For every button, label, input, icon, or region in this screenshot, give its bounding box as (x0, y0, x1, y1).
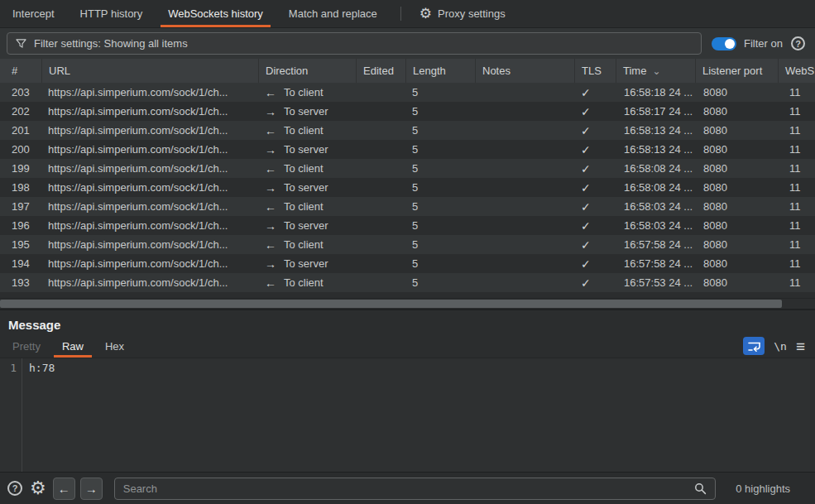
cell-tls: ✓ (574, 235, 616, 254)
cell-listener-port: 8080 (695, 178, 778, 197)
table-row[interactable]: 197https://api.simperium.com/sock/1/ch..… (0, 197, 815, 216)
tls-check-icon: ✓ (581, 143, 591, 156)
filter-help-icon[interactable]: ? (791, 36, 805, 50)
column-label: Length (413, 65, 446, 77)
message-tab-hex[interactable]: Hex (94, 334, 135, 358)
cell-length: 5 (405, 178, 475, 197)
word-wrap-button[interactable] (743, 337, 765, 355)
tab-websockets-history[interactable]: WebSockets history (157, 0, 274, 27)
cell-tls: ✓ (574, 197, 616, 216)
cell-notes (475, 102, 574, 121)
column-header-notes[interactable]: Notes (475, 59, 574, 83)
table-row[interactable]: 203https://api.simperium.com/sock/1/ch..… (0, 83, 815, 102)
column-header-num[interactable]: # (0, 59, 41, 83)
table-row[interactable]: 192https://api.simperium.com/sock/1/ch..… (0, 292, 815, 298)
cell-time: 16:57:58 24 ... (616, 235, 695, 254)
cell-time: 16:58:08 24 ... (616, 159, 695, 178)
cell-num: 200 (0, 140, 41, 159)
cell-listener-port: 8080 (695, 197, 778, 216)
cell-websocket: 11 (778, 159, 815, 178)
cell-direction: ←To client (258, 159, 356, 178)
table-row[interactable]: 202https://api.simperium.com/sock/1/ch..… (0, 102, 815, 121)
direction-label: To server (284, 219, 328, 232)
search-input[interactable] (115, 478, 685, 499)
message-editor[interactable]: 1 h:78 (0, 358, 815, 472)
show-newlines-button[interactable]: \n (774, 340, 787, 353)
cell-length: 5 (405, 292, 475, 298)
cell-time: 16:58:13 24 ... (616, 140, 695, 159)
tls-check-icon: ✓ (581, 105, 591, 118)
burp-proxy-window: InterceptHTTP historyWebSockets historyM… (0, 0, 815, 504)
cell-websocket: 11 (778, 254, 815, 273)
tls-check-icon: ✓ (581, 181, 591, 194)
filter-toggle[interactable] (712, 37, 736, 50)
hamburger-menu-icon[interactable]: ≡ (796, 338, 805, 354)
cell-websocket: 11 (778, 83, 815, 102)
tab-divider (400, 7, 401, 21)
message-tab-raw[interactable]: Raw (51, 334, 94, 358)
table-row[interactable]: 198https://api.simperium.com/sock/1/ch..… (0, 178, 815, 197)
column-header-edited[interactable]: Edited (356, 59, 405, 83)
tab-intercept[interactable]: Intercept (2, 0, 65, 27)
cell-num: 203 (0, 83, 41, 102)
cell-url: https://api.simperium.com/sock/1/ch... (41, 254, 258, 273)
horizontal-scrollbar[interactable] (0, 298, 815, 309)
cell-num: 201 (0, 121, 41, 140)
cell-length: 5 (405, 197, 475, 216)
cell-time: 16:58:03 24 ... (616, 197, 695, 216)
message-tab-strip: PrettyRawHex (2, 334, 135, 358)
column-header-listener-port[interactable]: Listener port (695, 59, 778, 83)
tab-proxy-settings[interactable]: ⚙ Proxy settings (410, 0, 515, 27)
table-row[interactable]: 201https://api.simperium.com/sock/1/ch..… (0, 121, 815, 140)
cell-url: https://api.simperium.com/sock/1/ch... (41, 292, 258, 298)
column-header-tls[interactable]: TLS (574, 59, 616, 83)
cell-url: https://api.simperium.com/sock/1/ch... (41, 83, 258, 102)
cell-direction: ←To client (258, 197, 356, 216)
column-header-url[interactable]: URL (41, 59, 258, 83)
toggle-knob (725, 39, 735, 49)
editor-code[interactable]: h:78 (22, 358, 815, 472)
editor-gutter: 1 (0, 358, 22, 472)
cell-url: https://api.simperium.com/sock/1/ch... (41, 235, 258, 254)
column-label: Direction (266, 65, 308, 77)
cell-tls: ✓ (574, 83, 616, 102)
cell-websocket: 11 (778, 216, 815, 235)
message-tab-label: Pretty (12, 340, 41, 353)
cell-edited (356, 121, 405, 140)
cell-tls: ✓ (574, 140, 616, 159)
table-row[interactable]: 193https://api.simperium.com/sock/1/ch..… (0, 273, 815, 292)
table-row[interactable]: 194https://api.simperium.com/sock/1/ch..… (0, 254, 815, 273)
column-header-length[interactable]: Length (405, 59, 475, 83)
previous-match-button[interactable]: ← (53, 478, 75, 500)
table-row[interactable]: 199https://api.simperium.com/sock/1/ch..… (0, 159, 815, 178)
cell-time: 16:58:17 24 ... (616, 102, 695, 121)
column-label: URL (49, 65, 70, 77)
direction-label: To client (284, 162, 324, 175)
cell-listener-port: 8080 (695, 159, 778, 178)
search-settings-gear-icon[interactable]: ⚙ (30, 479, 46, 497)
cell-websocket: 11 (778, 178, 815, 197)
cell-tls: ✓ (574, 121, 616, 140)
filter-settings-box[interactable]: Filter settings: Showing all items (7, 32, 702, 55)
cell-num: 197 (0, 197, 41, 216)
column-header-websocket[interactable]: WebS (778, 59, 815, 83)
search-button[interactable] (685, 478, 715, 499)
column-header-direction[interactable]: Direction (258, 59, 356, 83)
cell-url: https://api.simperium.com/sock/1/ch... (41, 121, 258, 140)
column-label: TLS (582, 65, 602, 77)
column-header-time[interactable]: Time⌄ (616, 59, 695, 83)
next-match-button[interactable]: → (80, 478, 103, 500)
cell-length: 5 (405, 159, 475, 178)
table-row[interactable]: 196https://api.simperium.com/sock/1/ch..… (0, 216, 815, 235)
cell-length: 5 (405, 140, 475, 159)
search-help-icon[interactable]: ? (7, 481, 22, 496)
cell-notes (475, 197, 574, 216)
table-row[interactable]: 200https://api.simperium.com/sock/1/ch..… (0, 140, 815, 159)
direction-label: To client (284, 124, 324, 137)
tab-match-and-replace[interactable]: Match and replace (278, 0, 388, 27)
tab-http-history[interactable]: HTTP history (70, 0, 154, 27)
cell-edited (356, 83, 405, 102)
table-row[interactable]: 195https://api.simperium.com/sock/1/ch..… (0, 235, 815, 254)
cell-edited (356, 159, 405, 178)
horizontal-scrollbar-thumb[interactable] (0, 300, 782, 308)
